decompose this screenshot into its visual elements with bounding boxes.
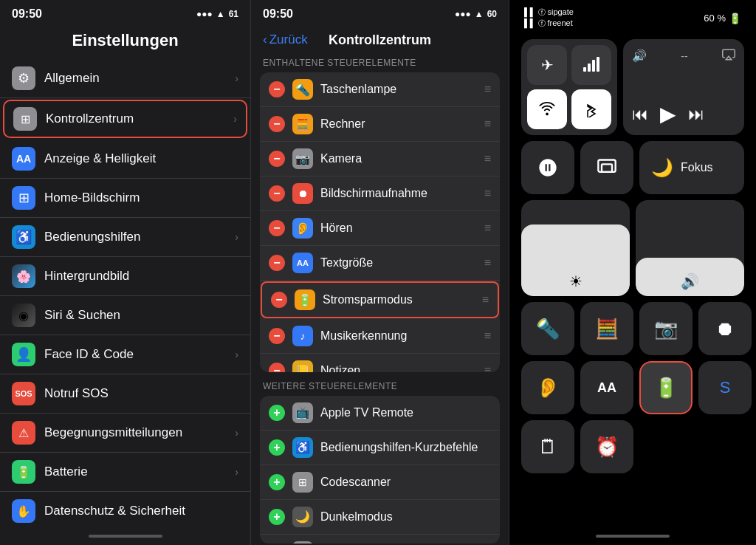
play-pause-button[interactable]: ▶ [660, 102, 676, 126]
media-app-icon: 🔊 [632, 49, 647, 63]
airplay-icon[interactable] [722, 48, 735, 64]
wifi-button[interactable] [527, 89, 567, 129]
dunkel-label: Dunkelmodus [320, 510, 491, 524]
textgroesse-icon: AA [292, 253, 313, 273]
wifi-icon: ▲ [216, 9, 225, 19]
bildschirm-label: Bildschirmaufnahme [320, 187, 484, 200]
battery-icon2: 60 [487, 9, 497, 19]
bluetooth-button[interactable] [571, 89, 611, 129]
sim1-label: ⓕ [538, 8, 548, 16]
control-item-appletv[interactable]: + 📺 Apple TV Remote [260, 396, 500, 431]
screen-mirror-button[interactable] [580, 141, 633, 194]
bedienungshilfen-icon: ♿ [12, 225, 35, 249]
settings-item-anzeige[interactable]: AA Anzeige & Helligkeit [0, 140, 250, 179]
rotate-lock-button[interactable] [521, 141, 574, 194]
drag-handle-icon[interactable]: ≡ [484, 256, 491, 270]
drag-handle-icon[interactable]: ≡ [484, 117, 491, 131]
cellular-button[interactable] [571, 45, 611, 85]
drag-handle-icon[interactable]: ≡ [484, 83, 491, 96]
included-items-list: − 🔦 Taschenlampe ≡ − 🧮 Rechner ≡ − 📷 Kam… [260, 72, 500, 372]
home-indicator-1 [0, 527, 250, 545]
brightness-slider[interactable]: ☀ [521, 200, 630, 296]
home-bar [89, 535, 162, 538]
remove-button[interactable]: − [269, 363, 285, 372]
airplay-svg [722, 48, 735, 61]
hintergrundbild-label: Hintergrundbild [44, 269, 238, 284]
battery-saver-button[interactable]: 🔋 [639, 361, 693, 414]
settings-item-datenschutz[interactable]: ✋ Datenschutz & Sicherheit [0, 492, 250, 527]
control-item-codescanner[interactable]: + ⊞ Codescanner [260, 465, 500, 500]
musik-label: Musikerkennung [320, 329, 484, 343]
alarm-button[interactable]: ⏰ [580, 420, 633, 473]
camera-button[interactable]: 📷 [639, 302, 693, 355]
drag-handle-icon[interactable]: ≡ [482, 293, 489, 306]
control-item-hoeren[interactable]: − 👂 Hören ≡ [260, 211, 500, 246]
add-button[interactable]: + [269, 439, 285, 456]
drag-handle-icon[interactable]: ≡ [484, 329, 491, 343]
control-item-musik[interactable]: − ♪ Musikerkennung ≡ [260, 319, 500, 354]
settings-item-faceid[interactable]: 👤 Face ID & Code › [0, 335, 250, 374]
remove-button[interactable]: − [269, 328, 285, 344]
record-button[interactable]: ⏺ [698, 302, 752, 355]
add-button[interactable]: + [269, 405, 285, 421]
add-button[interactable]: + [269, 509, 285, 525]
settings-item-kontrollzentrum[interactable]: ⊞ Kontrollzentrum › [3, 100, 247, 138]
remove-button[interactable]: − [271, 292, 287, 308]
control-item-textgroesse[interactable]: − AA Textgröße ≡ [260, 246, 500, 281]
settings-item-batterie[interactable]: 🔋 Batterie › [0, 453, 250, 492]
control-item-rechner[interactable]: − 🧮 Rechner ≡ [260, 107, 500, 142]
settings-item-bedienungshilfen[interactable]: ♿ Bedienungshilfen › [0, 218, 250, 257]
notizen-icon: 📒 [292, 360, 313, 372]
chevron-icon: › [235, 427, 238, 439]
control-center-title: Kontrollzentrum [329, 32, 431, 48]
signal-bars-1: ▌▌ [524, 7, 536, 16]
remove-button[interactable]: − [269, 185, 285, 202]
svg-rect-2 [592, 60, 595, 72]
add-button[interactable]: + [269, 474, 285, 490]
drag-handle-icon[interactable]: ≡ [484, 152, 491, 165]
shazam-button[interactable]: S [698, 361, 752, 414]
control-item-bedienungshilfen-kurz[interactable]: + ♿ Bedienungshilfen-Kurzbefehle [260, 431, 500, 465]
screen-mirror-icon [597, 157, 617, 178]
next-track-button[interactable]: ⏭ [688, 105, 704, 124]
calculator-button[interactable]: 🧮 [580, 302, 633, 355]
batterie-icon: 🔋 [12, 460, 35, 484]
settings-item-allgemein[interactable]: ⚙ Allgemein › [0, 59, 250, 98]
volume-slider[interactable]: 🔊 [636, 200, 744, 296]
textgroesse-label: Textgröße [320, 256, 484, 270]
remove-button[interactable]: − [269, 81, 285, 97]
control-item-gefuehrt[interactable]: + 🔒 Geführter Zugriff [260, 535, 500, 544]
rechner-icon: 🧮 [292, 114, 313, 134]
focus-tile[interactable]: 🌙 Fokus [639, 141, 744, 194]
remove-button[interactable]: − [269, 151, 285, 167]
volume-icon: 🔊 [681, 272, 699, 290]
drag-handle-icon[interactable]: ≡ [484, 187, 491, 200]
drag-handle-icon[interactable]: ≡ [484, 222, 491, 235]
control-item-strom[interactable]: − 🔋 Stromsparmodus ≡ [261, 281, 499, 318]
back-button[interactable]: ‹ Zurück [263, 32, 308, 47]
media-tile: 🔊 -- ⏮ ▶ ⏭ [623, 39, 744, 135]
settings-item-notruf[interactable]: SOS Notruf SOS [0, 374, 250, 414]
settings-item-homescreen[interactable]: ⊞ Home-Bildschirm [0, 179, 250, 218]
control-item-dunkel[interactable]: + 🌙 Dunkelmodus [260, 500, 500, 535]
control-item-taschenlampe[interactable]: − 🔦 Taschenlampe ≡ [260, 72, 500, 107]
control-item-kamera[interactable]: − 📷 Kamera ≡ [260, 142, 500, 176]
remove-button[interactable]: − [269, 255, 285, 271]
hearing-button[interactable]: 👂 [521, 361, 574, 414]
bildschirm-icon: ⏺ [292, 183, 313, 204]
text-size-button[interactable]: AA [580, 361, 633, 414]
remove-button[interactable]: − [269, 220, 285, 236]
notes-button[interactable]: 🗒 [521, 420, 574, 473]
settings-item-begegnung[interactable]: ⚠ Begegnungsmitteilungen › [0, 414, 250, 453]
remove-button[interactable]: − [269, 116, 285, 132]
prev-track-button[interactable]: ⏮ [632, 105, 648, 124]
drag-handle-icon[interactable]: ≡ [484, 364, 491, 372]
settings-item-siri[interactable]: ◉ Siri & Suchen [0, 296, 250, 335]
control-item-notizen[interactable]: − 📒 Notizen ≡ [260, 354, 500, 372]
control-item-bildschirm[interactable]: − ⏺ Bildschirmaufnahme ≡ [260, 176, 500, 211]
airplane-mode-button[interactable]: ✈ [527, 45, 567, 85]
flashlight-button[interactable]: 🔦 [521, 302, 574, 355]
notruf-icon: SOS [12, 382, 35, 405]
settings-item-hintergrundbild[interactable]: 🌸 Hintergrundbild [0, 257, 250, 296]
cc-row-6: 🗒 ⏰ [521, 420, 744, 473]
